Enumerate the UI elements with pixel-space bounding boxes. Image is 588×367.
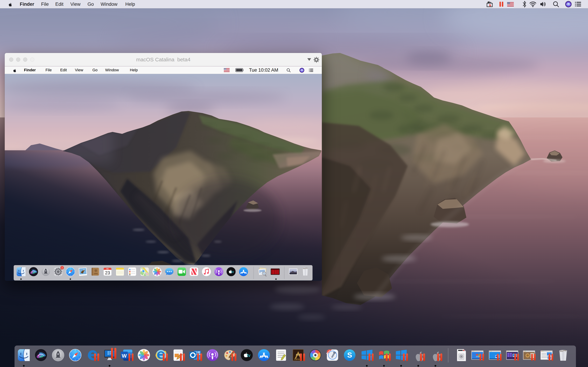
svg-text:W: W xyxy=(122,353,127,359)
svg-text:S: S xyxy=(347,351,352,359)
svg-text:JUL: JUL xyxy=(106,268,109,270)
svg-text:23: 23 xyxy=(105,270,110,275)
svg-text:tv: tv xyxy=(231,270,234,274)
svg-text:tv: tv xyxy=(247,353,251,358)
